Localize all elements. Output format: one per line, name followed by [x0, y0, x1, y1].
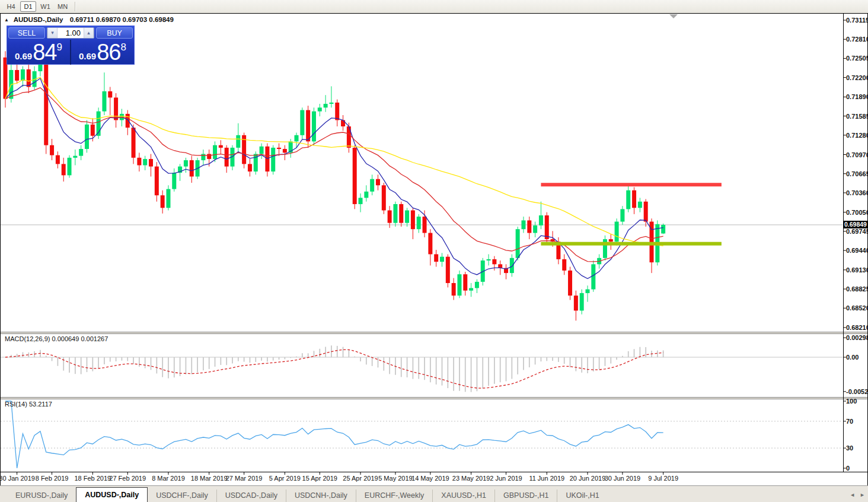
tab-xauusd-h1[interactable]: XAUUSD-,H1	[432, 490, 494, 502]
price-axis-label: 0.68210	[846, 323, 868, 332]
candle-body	[434, 254, 438, 262]
candle-body	[428, 233, 432, 255]
candle-body	[166, 189, 170, 208]
sell-price-big: 84	[33, 40, 56, 64]
candle-body	[295, 135, 299, 142]
candle-body	[388, 211, 392, 223]
candle-body	[475, 282, 479, 288]
timeframe-d1-button[interactable]: D1	[20, 1, 36, 12]
volume-input[interactable]: 1.00	[58, 28, 84, 38]
candle-body	[62, 164, 66, 175]
tab-scroller: ◄ ►	[850, 491, 865, 498]
candle-body	[620, 209, 624, 221]
buy-button[interactable]: BUY	[96, 27, 133, 39]
price-axis-label: 0.69440	[846, 246, 868, 255]
candle-body	[586, 290, 590, 293]
candle-body	[533, 225, 537, 233]
toolbar-separator	[75, 2, 75, 11]
candle-body	[545, 215, 549, 239]
tab-usdcad-daily[interactable]: USDCAD-,Daily	[216, 490, 286, 502]
volume-decrease-icon[interactable]: ▾	[47, 28, 58, 38]
candle-body	[50, 145, 54, 155]
support-line	[541, 242, 721, 246]
candle-body	[283, 149, 287, 152]
buy-price-big: 86	[97, 40, 120, 64]
price-axis-label: 0.71890	[846, 93, 868, 101]
sell-price[interactable]: 0.69849	[7, 40, 70, 65]
candle-body	[510, 258, 514, 273]
candle-body	[626, 190, 630, 209]
candle-body	[172, 173, 176, 189]
volume-stepper[interactable]: ▾ 1.00 ▴	[47, 27, 94, 39]
tab-eurusd-daily[interactable]: EURUSD-,Daily	[7, 490, 76, 502]
chart-canvas[interactable]	[1, 14, 868, 486]
candle-body	[591, 264, 595, 289]
mt4-terminal: H4 D1 W1 MN ▲ AUDUSD-,Daily 0.69711 0.69…	[0, 0, 868, 502]
sell-button[interactable]: SELL	[8, 27, 45, 39]
price-axis-label: 0.71280	[846, 131, 868, 139]
chart-title: ▲ AUDUSD-,Daily 0.69711 0.69870 0.69703 …	[4, 16, 174, 23]
chart-window: ▲ AUDUSD-,Daily 0.69711 0.69870 0.69703 …	[0, 13, 868, 485]
scroll-to-end-icon[interactable]	[669, 14, 678, 18]
rsi-line	[5, 401, 663, 468]
candle-body	[318, 107, 322, 111]
price-axis-label: 0.70665	[846, 170, 868, 178]
candle-body	[568, 271, 572, 296]
timeframe-mn-button[interactable]: MN	[55, 1, 71, 12]
candle-body	[102, 91, 106, 112]
timeframe-w1-button[interactable]: W1	[37, 1, 53, 12]
candle-body	[376, 179, 380, 186]
candle-body	[277, 148, 281, 149]
candle-body	[155, 167, 159, 196]
candle-body	[56, 155, 60, 164]
tab-scroll-left-icon[interactable]: ◄	[850, 491, 855, 498]
price-axis-label: 0.72505	[846, 54, 868, 62]
tab-gbpusd-h1[interactable]: GBPUSD-,H1	[494, 490, 557, 502]
candle-body	[521, 220, 525, 229]
candle-body	[632, 190, 636, 208]
candle-body	[312, 112, 316, 142]
candle-body	[149, 159, 153, 167]
price-axis-label: 0.71585	[846, 112, 868, 120]
tab-usdcnh-daily[interactable]: USDCNH-,Daily	[286, 490, 356, 502]
candle-body	[85, 125, 89, 149]
candle-body	[487, 259, 491, 260]
candle-body	[382, 185, 386, 210]
candle-body	[15, 70, 19, 81]
candle-body	[184, 160, 188, 167]
chart-symbol-label: AUDUSD-,Daily	[14, 16, 63, 23]
sell-price-sup: 9	[57, 42, 62, 53]
candle-body	[73, 156, 77, 158]
tab-usdchf-daily[interactable]: USDCHF-,Daily	[148, 490, 216, 502]
candle-body	[574, 296, 578, 310]
timeframe-h4-button[interactable]: H4	[3, 1, 19, 12]
price-axis-line	[843, 14, 844, 472]
volume-increase-icon[interactable]: ▴	[84, 28, 94, 38]
candle-body	[492, 259, 496, 264]
buy-price[interactable]: 0.69868	[70, 40, 134, 65]
candle-body	[411, 211, 415, 230]
candle-body	[440, 257, 444, 262]
collapse-chart-icon[interactable]: ▲	[4, 17, 9, 23]
candle-body	[207, 154, 211, 158]
tab-ukoil-h1[interactable]: UKOil-,H1	[557, 490, 607, 502]
candle-body	[79, 149, 83, 156]
tab-eurchf-weekly[interactable]: EURCHF-,Weekly	[356, 490, 432, 502]
price-axis-label: 0.70050	[846, 208, 868, 217]
rsi-axis-label: 0	[846, 464, 850, 472]
rsi-pane-splitter[interactable]	[1, 397, 867, 399]
candle-body	[609, 239, 613, 242]
candle-body	[539, 215, 543, 225]
price-axis-label: 0.68825	[846, 285, 868, 293]
macd-pane-splitter[interactable]	[1, 332, 867, 334]
candle-body	[399, 204, 403, 223]
candle-body	[469, 288, 473, 290]
buy-price-prefix: 0.69	[79, 51, 96, 61]
candle-body	[161, 195, 165, 208]
tab-audusd-daily[interactable]: AUDUSD-,Daily	[76, 487, 148, 502]
candle-body	[329, 103, 333, 104]
candle-body	[341, 120, 345, 126]
tab-scroll-right-icon[interactable]: ►	[860, 491, 865, 498]
rsi-axis-label: 30	[846, 444, 853, 452]
candle-body	[417, 217, 421, 229]
